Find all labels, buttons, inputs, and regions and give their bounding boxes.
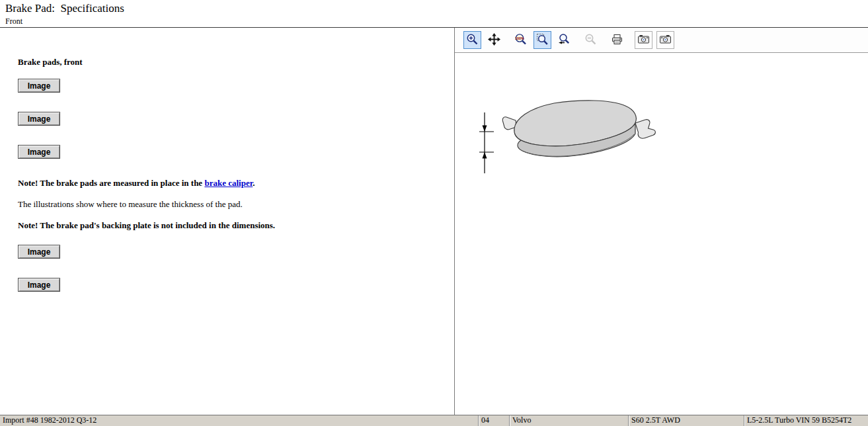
page-header: Brake Pad: Specifications Front xyxy=(0,0,868,28)
note-text-suffix: . xyxy=(253,178,255,188)
zoom-out-icon xyxy=(584,33,597,48)
viewer-panel: 100% xyxy=(455,28,868,415)
status-vehicle-engine: L5-2.5L Turbo VIN 59 B5254T2 xyxy=(744,415,868,426)
image-button-row: Image xyxy=(18,145,438,159)
section-title: Brake pads, front xyxy=(18,57,438,67)
zoom-in-icon xyxy=(466,33,479,48)
pan-icon xyxy=(488,33,500,48)
zoom-dynamic-button[interactable] xyxy=(555,31,573,49)
image-button-row: Image xyxy=(18,245,438,259)
zoom-100-button[interactable]: 100% xyxy=(512,31,530,49)
image-button-row: Image xyxy=(18,112,438,126)
status-code: 04 xyxy=(478,415,509,426)
page-subtitle: Front xyxy=(5,17,868,26)
svg-text:100%: 100% xyxy=(515,36,524,40)
zoom-out-button xyxy=(582,31,600,49)
page-title: Brake Pad: Specifications xyxy=(5,2,868,15)
viewer-toolbar: 100% xyxy=(455,28,868,53)
main-area: Brake pads, front Image Image Image Note… xyxy=(0,28,868,415)
zoom-100-icon: 100% xyxy=(514,33,528,48)
content-panel: Brake pads, front Image Image Image Note… xyxy=(0,28,455,415)
brake-pad-illustration xyxy=(475,94,660,177)
zoom-window-icon xyxy=(536,33,549,48)
image-button-3[interactable]: Image xyxy=(18,145,60,159)
camera-previous-icon xyxy=(637,33,650,48)
camera-next-icon xyxy=(659,33,672,48)
image-button-5[interactable]: Image xyxy=(18,278,60,292)
status-bar: Import #48 1982-2012 Q3-12 04 Volvo S60 … xyxy=(0,415,868,426)
image-button-4[interactable]: Image xyxy=(18,245,60,259)
note-backing-plate: Note! The brake pad's backing plate is n… xyxy=(18,220,438,231)
zoom-in-button[interactable] xyxy=(463,31,481,49)
brake-caliper-link[interactable]: brake caliper xyxy=(204,178,253,188)
print-icon xyxy=(611,33,623,48)
camera-next-button[interactable] xyxy=(656,31,674,49)
status-vehicle-model: S60 2.5T AWD xyxy=(628,415,744,426)
note-text-prefix: Note! The brake pads are measured in pla… xyxy=(18,178,204,188)
status-import-info: Import #48 1982-2012 Q3-12 xyxy=(0,415,478,426)
zoom-window-button[interactable] xyxy=(533,31,551,49)
status-vehicle-make: Volvo xyxy=(509,415,628,426)
illustrations-text: The illustrations show where to measure … xyxy=(18,199,438,210)
print-button[interactable] xyxy=(608,31,626,49)
note-measured-in-caliper: Note! The brake pads are measured in pla… xyxy=(18,178,438,189)
image-button-1[interactable]: Image xyxy=(18,79,60,93)
camera-previous-button[interactable] xyxy=(635,31,652,49)
image-button-2[interactable]: Image xyxy=(18,112,60,126)
pan-button[interactable] xyxy=(485,31,503,49)
zoom-dynamic-icon xyxy=(558,33,571,48)
image-button-row: Image xyxy=(18,79,438,93)
image-button-row: Image xyxy=(18,278,438,292)
